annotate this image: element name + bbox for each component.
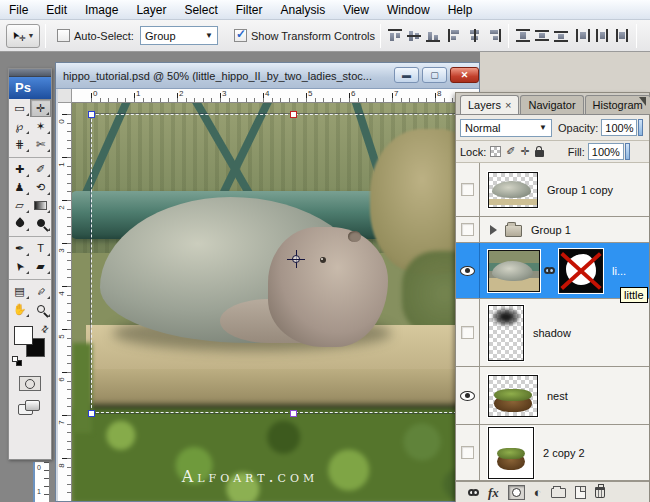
panel-menu-icon[interactable] — [639, 97, 646, 106]
close-button[interactable]: ✕ — [450, 67, 479, 83]
visibility-eye-icon[interactable] — [460, 266, 475, 276]
layer-name[interactable]: Group 1 — [531, 224, 571, 236]
move-tool-button[interactable]: ➤ ✛ ▼ — [6, 24, 40, 48]
layer-name[interactable]: nest — [547, 390, 568, 402]
visibility-cell[interactable] — [456, 217, 480, 242]
swap-colors-icon[interactable]: ⇄ — [39, 323, 51, 335]
align-left-edges-icon[interactable] — [447, 28, 464, 43]
menu-analysis[interactable]: Analysis — [271, 0, 334, 20]
layer-mask-link-icon[interactable] — [544, 267, 555, 274]
horizontal-ruler[interactable]: 0 1 2 3 4 5 6 7 8 9 — [72, 89, 480, 103]
layer-row-2-copy-2[interactable]: 2 copy 2 — [456, 425, 649, 481]
distribute-bottom-edges-icon[interactable] — [553, 28, 570, 43]
transform-reference-point[interactable] — [289, 252, 303, 266]
auto-select-target-dropdown[interactable]: Group ▼ — [140, 26, 218, 45]
distribute-top-edges-icon[interactable] — [515, 28, 532, 43]
adjustment-layer-icon[interactable]: ◐ — [534, 486, 542, 499]
palette-grip[interactable] — [9, 69, 51, 77]
tool-rectangular-marquee[interactable]: ▭ — [9, 99, 30, 117]
tool-healing-brush[interactable]: ✚ — [9, 160, 30, 178]
blend-mode-dropdown[interactable]: Normal ▼ — [460, 119, 552, 137]
tab-layers[interactable]: Layers× — [460, 95, 519, 114]
layer-name[interactable]: shadow — [533, 327, 571, 339]
visibility-eye-icon[interactable] — [460, 391, 475, 401]
layer-thumbnail[interactable] — [488, 375, 538, 417]
layer-thumbnail[interactable] — [488, 305, 524, 361]
tool-history-brush[interactable]: ⟲ — [30, 178, 51, 196]
align-horizontal-centers-icon[interactable] — [466, 28, 483, 43]
tool-type[interactable]: T — [30, 239, 51, 257]
document-title-bar[interactable]: hippo_tutorial.psd @ 50% (little_hippo_I… — [56, 63, 479, 89]
menu-view[interactable]: View — [334, 0, 378, 20]
layer-thumbnail[interactable] — [488, 250, 540, 292]
fill-field[interactable]: 100% — [588, 143, 624, 160]
tool-lasso[interactable]: ℘ — [9, 117, 30, 135]
visibility-cell[interactable] — [456, 367, 480, 424]
tool-pen[interactable]: ✒ — [9, 239, 30, 257]
tool-hand[interactable]: ✋ — [9, 300, 30, 318]
menu-window[interactable]: Window — [378, 0, 439, 20]
tool-move[interactable]: ✛ — [30, 99, 51, 117]
link-layers-icon[interactable] — [468, 489, 479, 496]
transform-handle-bottom-left[interactable] — [88, 410, 95, 417]
transform-selection-box[interactable] — [91, 114, 477, 413]
layer-row-group-1-copy[interactable]: Group 1 copy — [456, 163, 649, 217]
fill-spinner[interactable] — [625, 143, 630, 160]
layer-style-icon[interactable]: fx — [488, 485, 499, 501]
tab-navigator[interactable]: Navigator — [520, 95, 583, 114]
align-top-edges-icon[interactable] — [387, 28, 404, 43]
new-layer-icon[interactable] — [575, 486, 586, 499]
foreground-color-swatch[interactable] — [14, 326, 33, 345]
transform-handle-top-middle[interactable] — [290, 111, 297, 118]
align-vertical-centers-icon[interactable] — [406, 28, 423, 43]
align-bottom-edges-icon[interactable] — [425, 28, 442, 43]
distribute-left-edges-icon[interactable] — [575, 28, 592, 43]
layer-thumbnail[interactable] — [488, 172, 538, 208]
align-right-edges-icon[interactable] — [485, 28, 502, 43]
tool-zoom[interactable] — [30, 300, 51, 318]
distribute-vertical-centers-icon[interactable] — [534, 28, 551, 43]
tool-magic-wand[interactable]: ✶ — [30, 117, 51, 135]
visibility-cell[interactable] — [456, 243, 480, 298]
visibility-cell[interactable] — [456, 163, 480, 216]
menu-layer[interactable]: Layer — [127, 0, 175, 20]
lock-image-pixels-icon[interactable]: ✐ — [506, 146, 515, 157]
screen-mode-button[interactable] — [18, 400, 42, 416]
tool-slice[interactable]: ✄ — [30, 135, 51, 153]
tool-shape[interactable]: ▰ — [30, 257, 51, 275]
layer-thumbnail[interactable] — [488, 427, 534, 479]
layer-name[interactable]: li... — [612, 265, 626, 277]
distribute-right-edges-icon[interactable] — [613, 28, 630, 43]
disabled-layer-mask-thumbnail[interactable] — [559, 249, 603, 293]
tool-eraser[interactable]: ▱ — [9, 196, 30, 214]
layer-name[interactable]: 2 copy 2 — [543, 447, 585, 459]
quick-mask-button[interactable] — [19, 376, 41, 391]
tool-path-selection[interactable]: ➤ — [9, 257, 30, 275]
default-colors-icon[interactable] — [12, 356, 22, 366]
tool-eyedropper[interactable]: ✑ — [30, 282, 51, 300]
layer-row-group-1[interactable]: Group 1 — [456, 217, 649, 243]
add-layer-mask-icon[interactable] — [508, 485, 525, 500]
transform-handle-bottom-middle[interactable] — [290, 410, 297, 417]
visibility-empty-checkbox[interactable] — [461, 183, 474, 196]
opacity-field[interactable]: 100% — [601, 119, 637, 136]
tool-brush[interactable]: ✐ — [30, 160, 51, 178]
lock-transparent-pixels-icon[interactable] — [490, 146, 501, 157]
tool-crop[interactable]: ⋕ — [9, 135, 30, 153]
visibility-empty-checkbox[interactable] — [461, 326, 474, 339]
maximize-button[interactable]: ▢ — [422, 67, 447, 83]
menu-select[interactable]: Select — [175, 0, 226, 20]
visibility-empty-checkbox[interactable] — [461, 446, 474, 459]
lock-position-icon[interactable]: ✛ — [521, 146, 530, 157]
lock-all-icon[interactable] — [535, 150, 544, 157]
new-group-icon[interactable] — [551, 488, 566, 498]
tool-notes[interactable]: ▤ — [9, 282, 30, 300]
delete-layer-icon[interactable] — [595, 487, 605, 498]
menu-filter[interactable]: Filter — [227, 0, 272, 20]
tool-gradient[interactable] — [30, 196, 51, 214]
canvas[interactable]: Alfoart.com — [72, 103, 479, 502]
tab-close-icon[interactable]: × — [505, 99, 511, 111]
expand-triangle-icon[interactable] — [490, 225, 497, 235]
layer-name[interactable]: Group 1 copy — [547, 184, 613, 196]
opacity-spinner[interactable] — [638, 119, 643, 136]
